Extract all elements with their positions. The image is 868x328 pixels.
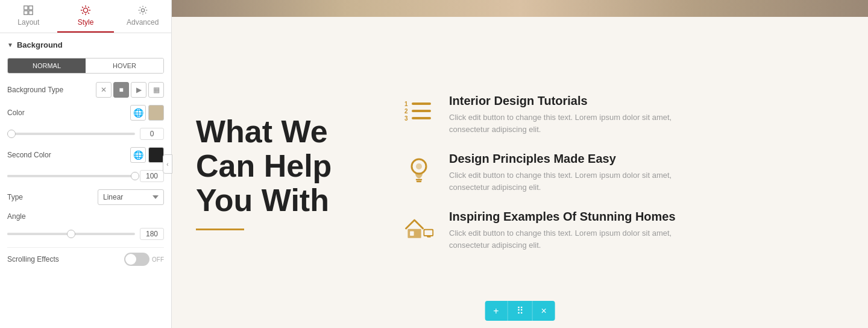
feature-icon-3 — [401, 210, 437, 246]
angle-label-row: Angle — [7, 212, 164, 221]
feature-item-3: Inspiring Examples Of Stunning Homes Cli… — [401, 210, 832, 251]
feature-desc-2: Click edit button to change this text. L… — [449, 169, 678, 193]
features-list: 1 2 3 Interior Design Tutorials Click ed… — [401, 94, 832, 251]
tab-style[interactable]: Style — [57, 0, 115, 33]
main-heading: What We Can Help You With — [196, 115, 365, 218]
svg-point-4 — [83, 8, 87, 12]
svg-line-12 — [82, 13, 83, 14]
collapse-handle[interactable]: ‹ — [163, 154, 172, 174]
location1-value: 0 — [140, 128, 164, 140]
angle-label: Angle — [7, 212, 164, 221]
svg-line-10 — [88, 13, 89, 14]
tab-layout[interactable]: Layout — [0, 0, 57, 33]
feature-icon-1: 1 2 3 — [401, 94, 437, 130]
feature-text-1: Interior Design Tutorials Click edit but… — [449, 94, 678, 135]
angle-track[interactable] — [7, 233, 135, 235]
background-section-header: ▼ Background — [7, 40, 164, 49]
type-label: Type — [7, 193, 98, 201]
toolbar-add-btn[interactable]: + — [485, 301, 508, 321]
scrolling-effects-off-label: OFF — [152, 256, 164, 263]
type-row: Type Linear Radial — [7, 189, 164, 205]
svg-rect-17 — [412, 102, 431, 105]
location2-thumb[interactable] — [131, 172, 139, 180]
tab-style-label: Style — [78, 18, 94, 27]
scrolling-effects-label: Scrolling Effects — [7, 255, 124, 263]
top-image-strip — [172, 0, 868, 17]
color-globe-btn[interactable]: 🌐 — [130, 105, 146, 121]
feature-title-3: Inspiring Examples Of Stunning Homes — [449, 210, 678, 224]
background-type-icons: ✕ ■ ▶ ▦ — [96, 82, 164, 98]
left-text-block: What We Can Help You With — [196, 115, 365, 231]
location1-row: 0 — [7, 128, 164, 140]
bg-type-slideshow[interactable]: ▦ — [148, 82, 164, 98]
second-color-row: Second Color 🌐 — [7, 147, 164, 163]
right-content: What We Can Help You With 1 2 3 — [172, 0, 868, 328]
heading-underline — [196, 229, 244, 230]
bg-type-video[interactable]: ▶ — [131, 82, 146, 98]
toolbar-move-btn[interactable]: ⠿ — [508, 301, 533, 321]
angle-value: 180 — [140, 228, 164, 240]
svg-rect-18 — [412, 110, 431, 112]
feature-item-1: 1 2 3 Interior Design Tutorials Click ed… — [401, 94, 832, 135]
second-color-globe-btn[interactable]: 🌐 — [130, 147, 146, 163]
hover-btn[interactable]: HOVER — [86, 58, 163, 73]
location1-thumb[interactable] — [7, 130, 16, 138]
angle-thumb[interactable] — [67, 230, 75, 238]
section-arrow: ▼ — [7, 42, 13, 48]
background-type-label: Background Type — [7, 86, 96, 94]
main-content-area: What We Can Help You With 1 2 3 — [172, 70, 868, 275]
tab-advanced[interactable]: Advanced — [114, 0, 171, 33]
panel-content: ▼ Background NORMAL HOVER Background Typ… — [0, 33, 171, 328]
svg-rect-0 — [24, 6, 28, 10]
scrolling-effects-controls: OFF — [124, 253, 164, 266]
svg-text:2: 2 — [404, 108, 408, 115]
toggle-knob — [125, 254, 136, 265]
angle-row: 180 — [7, 228, 164, 240]
background-type-row: Background Type ✕ ■ ▶ ▦ — [7, 82, 164, 98]
second-color-label: Second Color — [7, 151, 130, 159]
color-controls: 🌐 — [130, 105, 164, 121]
svg-rect-25 — [410, 232, 414, 236]
svg-point-13 — [141, 8, 144, 11]
tabs-bar: Layout Style Advanced — [0, 0, 171, 33]
bg-type-none[interactable]: ✕ — [96, 82, 112, 98]
toolbar-delete-btn[interactable]: × — [533, 301, 555, 321]
tab-layout-label: Layout — [17, 18, 39, 27]
second-color-controls: 🌐 — [130, 147, 164, 163]
location2-row: 100 — [7, 170, 164, 182]
normal-btn[interactable]: NORMAL — [8, 58, 86, 73]
location2-track[interactable] — [7, 175, 135, 177]
bg-type-classic[interactable]: ■ — [113, 82, 129, 98]
feature-item-2: Design Principles Made Easy Click edit b… — [401, 152, 832, 193]
svg-text:1: 1 — [404, 101, 408, 107]
second-color-swatch[interactable] — [148, 147, 164, 163]
color-label: Color — [7, 109, 130, 117]
color-swatch[interactable] — [148, 105, 164, 121]
svg-line-11 — [88, 7, 89, 8]
feature-title-2: Design Principles Made Easy — [449, 152, 678, 166]
feature-desc-3: Click edit button to change this text. L… — [449, 227, 678, 251]
svg-rect-1 — [29, 6, 33, 10]
svg-text:3: 3 — [404, 115, 408, 122]
svg-rect-19 — [412, 117, 431, 119]
location1-track[interactable] — [7, 133, 135, 135]
type-select[interactable]: Linear Radial — [98, 189, 164, 205]
scrolling-effects-toggle[interactable] — [124, 253, 149, 266]
feature-text-2: Design Principles Made Easy Click edit b… — [449, 152, 678, 193]
feature-text-3: Inspiring Examples Of Stunning Homes Cli… — [449, 210, 678, 251]
color-row: Color 🌐 — [7, 105, 164, 121]
svg-rect-3 — [29, 11, 33, 14]
bottom-toolbar: + ⠿ × — [485, 301, 555, 321]
svg-rect-29 — [427, 236, 431, 238]
left-panel: Layout Style Advanced — [0, 0, 172, 328]
svg-rect-2 — [24, 11, 28, 14]
tab-advanced-label: Advanced — [127, 18, 159, 27]
divider — [7, 247, 164, 248]
svg-point-23 — [416, 163, 422, 169]
feature-icon-2 — [401, 152, 437, 188]
feature-title-1: Interior Design Tutorials — [449, 94, 678, 108]
scrolling-effects-row: Scrolling Effects OFF — [7, 253, 164, 266]
section-title: Background — [17, 40, 63, 49]
normal-hover-toggle: NORMAL HOVER — [7, 58, 164, 74]
svg-rect-24 — [407, 229, 421, 238]
